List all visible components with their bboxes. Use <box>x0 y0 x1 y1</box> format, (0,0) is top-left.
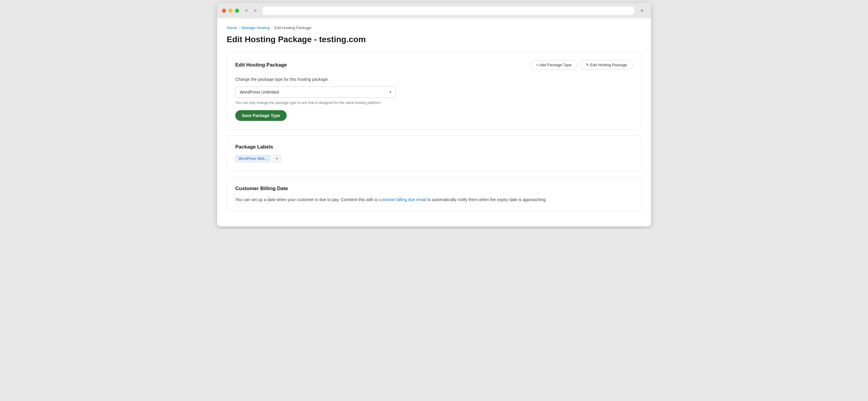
package-labels-card: Package Labels WordPress Web... + <box>227 135 641 171</box>
billing-text-after: to automatically notify them when the ex… <box>426 197 547 202</box>
package-labels-title: Package Labels <box>235 144 633 150</box>
billing-date-title: Customer Billing Date <box>235 186 633 192</box>
add-package-type-button[interactable]: + Add Package Type <box>531 60 577 70</box>
breadcrumb-manage-hosting[interactable]: Manage Hosting <box>242 26 270 30</box>
address-bar[interactable]: my.20i.com <box>262 6 634 15</box>
breadcrumb-current: Edit Hosting Package <box>275 26 311 30</box>
close-button[interactable] <box>222 9 226 13</box>
back-button[interactable]: < <box>243 7 250 14</box>
package-type-description: Change the package type for this hosting… <box>235 77 633 82</box>
new-tab-button[interactable]: + <box>638 7 646 14</box>
edit-package-card-title: Edit Hosting Package <box>235 62 287 68</box>
minimize-button[interactable] <box>228 9 232 13</box>
breadcrumb-home[interactable]: Home <box>227 26 237 30</box>
forward-button[interactable]: > <box>251 7 259 14</box>
browser-content: Home / Manage Hosting / Edit Hosting Pac… <box>217 19 651 226</box>
billing-text-before: You can set up a date when your customer… <box>235 197 378 202</box>
labels-container: WordPress Web... + <box>235 155 633 162</box>
billing-email-link[interactable]: customer billing due email <box>378 197 426 202</box>
billing-date-card: Customer Billing Date You can set up a d… <box>227 177 641 212</box>
browser-titlebar: < > my.20i.com + <box>217 3 651 19</box>
breadcrumb-sep-2: / <box>272 26 273 30</box>
add-label-button[interactable]: + <box>273 155 281 162</box>
card-header: Edit Hosting Package + Add Package Type … <box>235 60 633 70</box>
maximize-button[interactable] <box>235 9 239 13</box>
traffic-lights <box>222 9 239 13</box>
breadcrumb: Home / Manage Hosting / Edit Hosting Pac… <box>227 26 641 30</box>
page-title: Edit Hosting Package - testing.com <box>227 35 641 44</box>
save-package-type-button[interactable]: Save Package Type <box>235 110 287 121</box>
breadcrumb-sep-1: / <box>239 26 240 30</box>
edit-package-card: Edit Hosting Package + Add Package Type … <box>227 51 641 129</box>
nav-buttons: < > <box>243 7 259 14</box>
package-type-select[interactable]: WordPress Unlimited <box>235 87 396 98</box>
package-type-hint: You can only change the package type to … <box>235 101 633 105</box>
card-actions: + Add Package Type ✎ Edit Hosting Packag… <box>531 60 633 70</box>
package-type-select-wrapper: WordPress Unlimited ▼ <box>235 87 396 98</box>
billing-description: You can set up a date when your customer… <box>235 196 633 203</box>
label-tag-wordpress: WordPress Web... <box>235 155 271 162</box>
edit-hosting-package-button[interactable]: ✎ Edit Hosting Package <box>580 60 633 70</box>
